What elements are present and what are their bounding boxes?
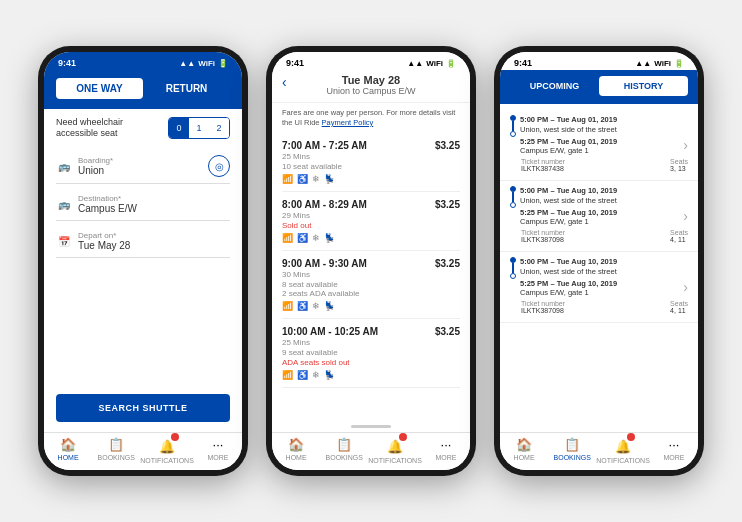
amenity-wc: ♿	[297, 174, 308, 184]
history-list: 5:00 PM – Tue Aug 01, 2019Union, west si…	[500, 104, 698, 432]
time-slot-4: 10:00 AM - 10:25 AM	[282, 326, 378, 337]
boarding-icon: 🚌	[56, 158, 72, 174]
time-slot-2: 8:00 AM - 8:29 AM	[282, 199, 367, 210]
destination-field[interactable]: 🚌 Destination* Campus E/W	[56, 188, 230, 221]
ticket-label-2: Ticket numberILKTK387098	[521, 229, 565, 243]
one-way-tab[interactable]: ONE WAY	[56, 78, 143, 99]
amenity-wifi-4: 📶	[282, 370, 293, 380]
time-slot-3: 9:00 AM - 9:30 AM	[282, 258, 367, 269]
more-label-3: MORE	[663, 454, 684, 461]
return-tab[interactable]: RETURN	[143, 78, 230, 99]
boarding-label: Boarding*	[78, 156, 208, 165]
schedule-item-4[interactable]: 10:00 AM - 10:25 AM $3.25 25 Mins 9 seat…	[282, 319, 460, 388]
nav-home-2[interactable]: 🏠 HOME	[272, 437, 320, 464]
ticket-number-2: ILKTK387098	[521, 236, 564, 243]
destination-icon: 🚌	[56, 196, 72, 212]
seats-label-2: Seats4, 11	[670, 229, 688, 243]
more-label-2: MORE	[435, 454, 456, 461]
price-2: $3.25	[435, 199, 460, 210]
dest-dot-2	[510, 202, 516, 208]
nav-bookings-2[interactable]: 📋 BOOKINGS	[320, 437, 368, 464]
amenity-seat-3: 💺	[324, 301, 335, 311]
seat-option-2[interactable]: 2	[209, 118, 229, 138]
arrival-3: 5:25 PM – Tue Aug 10, 2019Campus E/W, ga…	[520, 279, 688, 299]
notifications-label: NOTIFICATIONS	[140, 457, 194, 464]
status-icons-1: ▲▲ WiFi 🔋	[179, 59, 228, 68]
arrival-2: 5:25 PM – Tue Aug 10, 2019Campus E/W, ga…	[520, 208, 688, 228]
phone-history: 9:41 ▲▲ WiFi 🔋 UPCOMING HISTORY	[494, 46, 704, 476]
home-icon-2: 🏠	[288, 437, 304, 452]
seat-number-selector[interactable]: 0 1 2	[168, 117, 230, 139]
gps-icon[interactable]: ◎	[208, 155, 230, 177]
bottom-nav-3: 🏠 HOME 📋 BOOKINGS 🔔 NOTIFICATIONS ···	[500, 432, 698, 470]
trip-type-tabs: ONE WAY RETURN	[44, 70, 242, 109]
wheelchair-label: Need wheelchairaccessible seat	[56, 117, 123, 139]
home-icon-3: 🏠	[516, 437, 532, 452]
fare-notice: Fares are one way per person. For more d…	[272, 103, 470, 133]
home-label-2: HOME	[286, 454, 307, 461]
departure-3: 5:00 PM – Tue Aug 10, 2019Union, west si…	[520, 257, 688, 277]
nav-home-3[interactable]: 🏠 HOME	[500, 437, 548, 464]
search-button[interactable]: SEARCH SHUTTLE	[56, 394, 230, 422]
schedule-item-2[interactable]: 8:00 AM - 8:29 AM $3.25 29 Mins Sold out…	[282, 192, 460, 251]
depart-field[interactable]: 📅 Depart on* Tue May 28	[56, 225, 230, 258]
bookings-label-2: BOOKINGS	[326, 454, 363, 461]
phones-container: 9:41 ▲▲ WiFi 🔋 ONE WAY RETURN Need wheel…	[28, 36, 714, 486]
time-2: 9:41	[286, 58, 304, 68]
seats-label-3: Seats4, 11	[670, 300, 688, 314]
nav-notifications-3[interactable]: 🔔 NOTIFICATIONS	[596, 437, 650, 464]
duration-4: 25 Mins	[282, 338, 460, 347]
ticket-number-1: ILKTK387438	[521, 165, 564, 172]
nav-notifications-1[interactable]: 🔔 NOTIFICATIONS	[140, 437, 194, 464]
nav-bookings-3[interactable]: 📋 BOOKINGS	[548, 437, 596, 464]
destination-value: Campus E/W	[78, 203, 230, 214]
schedule-item-1[interactable]: 7:00 AM - 7:25 AM $3.25 25 Mins 10 seat …	[282, 133, 460, 192]
amenity-seat-2: 💺	[324, 233, 335, 243]
nav-more-2[interactable]: ··· MORE	[422, 437, 470, 464]
history-item-2[interactable]: 5:00 PM – Tue Aug 10, 2019Union, west si…	[500, 181, 698, 252]
nav-bookings-1[interactable]: 📋 BOOKINGS	[92, 437, 140, 464]
amenity-wifi-2: 📶	[282, 233, 293, 243]
notifications-label-2: NOTIFICATIONS	[368, 457, 422, 464]
bookings-icon: 📋	[108, 437, 124, 452]
seat-option-1[interactable]: 1	[189, 118, 209, 138]
depart-value: Tue May 28	[78, 240, 230, 251]
bottom-nav-1: 🏠 HOME 📋 BOOKINGS 🔔 NOTIFICATIONS ···	[44, 432, 242, 470]
price-4: $3.25	[435, 326, 460, 337]
nav-notifications-2[interactable]: 🔔 NOTIFICATIONS	[368, 437, 422, 464]
notifications-icon: 🔔	[159, 439, 175, 454]
status-4a: 9 seat available	[282, 348, 460, 357]
nav-home-1[interactable]: 🏠 HOME	[44, 437, 92, 464]
history-item-3[interactable]: 5:00 PM – Tue Aug 10, 2019Union, west si…	[500, 252, 698, 323]
back-arrow[interactable]: ‹	[282, 74, 287, 90]
depart-label: Depart on*	[78, 231, 230, 240]
seat-option-0[interactable]: 0	[169, 118, 189, 138]
history-tab[interactable]: HISTORY	[599, 76, 688, 96]
amenity-ac-2: ❄	[312, 233, 320, 243]
boarding-value: Union	[78, 165, 208, 176]
history-item-1[interactable]: 5:00 PM – Tue Aug 01, 2019Union, west si…	[500, 110, 698, 181]
schedule-subtitle: Union to Campus E/W	[282, 86, 460, 96]
home-label: HOME	[58, 454, 79, 461]
amenity-seat: 💺	[324, 174, 335, 184]
bookings-icon-3: 📋	[564, 437, 580, 452]
nav-more-3[interactable]: ··· MORE	[650, 437, 698, 464]
boarding-field[interactable]: 🚌 Boarding* Union ◎	[56, 149, 230, 184]
bookings-label-3: BOOKINGS	[554, 454, 591, 461]
notifications-label-3: NOTIFICATIONS	[596, 457, 650, 464]
price-3: $3.25	[435, 258, 460, 269]
notifications-icon-3: 🔔	[615, 439, 631, 454]
seats-value-2: 4, 11	[670, 236, 686, 243]
upcoming-tab[interactable]: UPCOMING	[510, 76, 599, 96]
departure-1: 5:00 PM – Tue Aug 01, 2019Union, west si…	[520, 115, 688, 135]
seats-label-1: Seats3, 13	[670, 158, 688, 172]
ticket-label-3: Ticket numberILKTK387098	[521, 300, 565, 314]
schedule-item-3[interactable]: 9:00 AM - 9:30 AM $3.25 30 Mins 8 seat a…	[282, 251, 460, 319]
nav-more-1[interactable]: ··· MORE	[194, 437, 242, 464]
payment-policy-link[interactable]: Payment Policy	[322, 118, 374, 127]
more-label: MORE	[207, 454, 228, 461]
more-icon-3: ···	[669, 437, 680, 452]
duration-3: 30 Mins	[282, 270, 460, 279]
time-3: 9:41	[514, 58, 532, 68]
phone-search: 9:41 ▲▲ WiFi 🔋 ONE WAY RETURN Need wheel…	[38, 46, 248, 476]
